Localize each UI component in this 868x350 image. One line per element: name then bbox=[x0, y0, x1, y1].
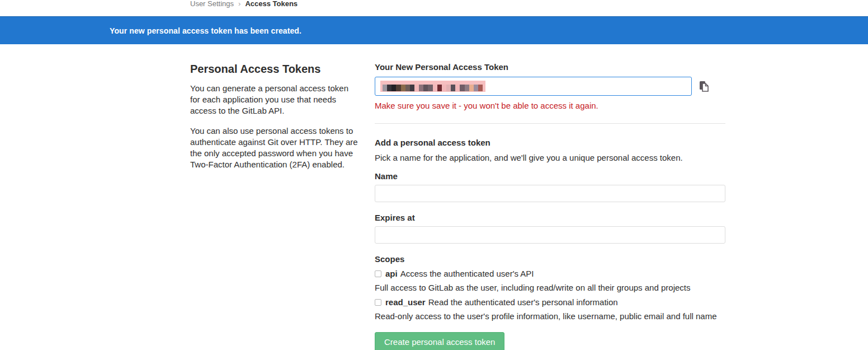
copy-token-button[interactable] bbox=[698, 80, 709, 92]
breadcrumb-bar: User Settings › Access Tokens bbox=[0, 0, 868, 16]
scope-read-user-description: Read-only access to the user's profile i… bbox=[375, 312, 725, 320]
breadcrumb: User Settings › Access Tokens bbox=[190, 0, 298, 9]
token-redaction bbox=[380, 81, 485, 92]
scope-read-user-checkbox[interactable] bbox=[375, 299, 381, 306]
section-intro-column: Personal Access Tokens You can generate … bbox=[190, 44, 358, 350]
token-form-column: Your New Personal Access Token Make sure… bbox=[375, 44, 725, 350]
scope-read-user-row: read_user Read the authenticated user's … bbox=[375, 298, 725, 306]
name-input[interactable] bbox=[375, 185, 725, 202]
add-token-title: Add a personal access token bbox=[375, 138, 725, 147]
scope-api-row: api Access the authenticated user's API bbox=[375, 269, 725, 278]
main-content: Personal Access Tokens You can generate … bbox=[190, 44, 725, 350]
scopes-label: Scopes bbox=[375, 255, 725, 263]
expires-input[interactable] bbox=[375, 226, 725, 244]
breadcrumb-current: Access Tokens bbox=[245, 0, 298, 9]
scope-api-name: api bbox=[385, 269, 398, 278]
new-token-input[interactable] bbox=[375, 77, 692, 96]
intro-paragraph-2: You can also use personal access tokens … bbox=[190, 125, 358, 170]
create-token-button[interactable]: Create personal access token bbox=[375, 332, 504, 350]
expires-label: Expires at bbox=[375, 213, 725, 222]
flash-banner: Your new personal access token has been … bbox=[0, 16, 868, 44]
scope-read-user-label: Read the authenticated user's personal i… bbox=[428, 298, 618, 306]
token-section-title: Your New Personal Access Token bbox=[375, 63, 725, 71]
copy-to-clipboard-icon bbox=[698, 80, 709, 92]
section-divider bbox=[375, 123, 725, 124]
scope-api-checkbox[interactable] bbox=[375, 270, 381, 277]
chevron-right-icon: › bbox=[238, 0, 240, 9]
scope-api-label: Access the authenticated user's API bbox=[400, 269, 534, 278]
token-row bbox=[375, 77, 725, 96]
flash-message: Your new personal access token has been … bbox=[110, 26, 301, 35]
token-redaction-blocks bbox=[383, 85, 483, 91]
breadcrumb-link-user-settings[interactable]: User Settings bbox=[190, 0, 234, 9]
token-save-warning: Make sure you save it - you won't be abl… bbox=[375, 101, 725, 110]
name-label: Name bbox=[375, 172, 725, 180]
add-token-description: Pick a name for the application, and we'… bbox=[375, 153, 725, 162]
page-title: Personal Access Tokens bbox=[190, 63, 358, 76]
intro-paragraph-1: You can generate a personal access token… bbox=[190, 83, 358, 116]
scope-api-description: Full access to GitLab as the user, inclu… bbox=[375, 283, 725, 292]
scope-read-user-name: read_user bbox=[385, 298, 426, 306]
